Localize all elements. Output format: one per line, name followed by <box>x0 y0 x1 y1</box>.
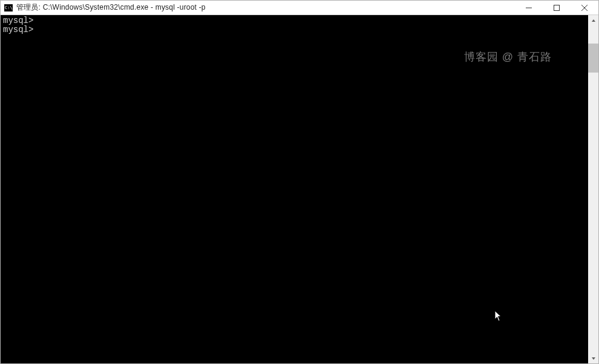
mysql-prompt: mysql> <box>3 25 33 34</box>
terminal-line: mysql> <box>3 25 588 34</box>
scroll-up-button[interactable] <box>588 15 598 25</box>
terminal-line: mysql> <box>3 16 588 25</box>
window-frame: 管理员: C:\Windows\System32\cmd.exe - mysql… <box>0 0 599 364</box>
mysql-prompt: mysql> <box>3 16 33 25</box>
window-title: 管理员: C:\Windows\System32\cmd.exe - mysql… <box>16 2 206 13</box>
vertical-scrollbar[interactable] <box>588 15 598 363</box>
window-controls <box>515 1 598 15</box>
maximize-button[interactable] <box>543 1 571 15</box>
scrollbar-thumb[interactable] <box>588 44 598 73</box>
titlebar-left: 管理员: C:\Windows\System32\cmd.exe - mysql… <box>1 2 515 13</box>
close-icon <box>581 5 588 11</box>
close-button[interactable] <box>571 1 598 15</box>
terminal[interactable]: mysql> mysql> 博客园 @ 青石路 <box>1 15 588 363</box>
maximize-icon <box>554 5 560 11</box>
svg-rect-1 <box>554 5 560 10</box>
minimize-button[interactable] <box>515 1 543 15</box>
client-area: mysql> mysql> 博客园 @ 青石路 <box>1 15 598 363</box>
chevron-up-icon <box>591 18 596 23</box>
titlebar[interactable]: 管理员: C:\Windows\System32\cmd.exe - mysql… <box>1 1 598 15</box>
watermark-text: 博客园 @ 青石路 <box>464 53 552 62</box>
scrollbar-track[interactable] <box>588 25 598 353</box>
scroll-down-button[interactable] <box>588 353 598 363</box>
minimize-icon <box>526 5 532 11</box>
cmd-icon <box>4 4 13 11</box>
mouse-cursor-icon <box>494 310 503 322</box>
chevron-down-icon <box>591 356 596 361</box>
svg-rect-0 <box>526 7 532 8</box>
